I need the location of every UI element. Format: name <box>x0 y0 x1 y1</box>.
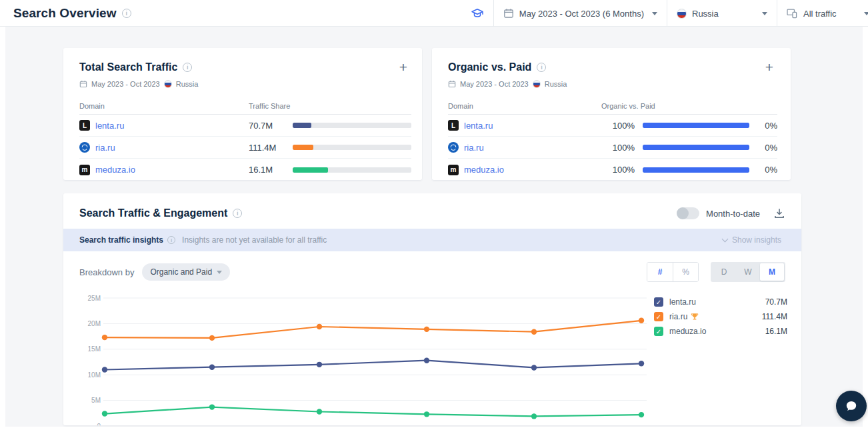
card-date-range: May 2023 - Oct 2023 <box>91 80 160 88</box>
domain-link[interactable]: meduza.io <box>464 165 504 175</box>
data-point-lenta.ru[interactable] <box>424 357 429 363</box>
card-country: Russia <box>545 80 567 88</box>
granularity-week-button[interactable]: W <box>736 263 760 281</box>
table-row: m meduza.io 16.1M <box>79 159 411 181</box>
organic-percent: 100% <box>601 143 635 153</box>
data-point-meduza.io[interactable] <box>639 412 644 417</box>
traffic-bar <box>293 145 411 150</box>
lenta-favicon: L <box>79 120 90 131</box>
month-to-date-toggle[interactable] <box>677 207 699 219</box>
organic-bar <box>643 167 749 173</box>
data-point-meduza.io[interactable] <box>424 411 429 417</box>
calendar-icon <box>79 80 87 88</box>
domain-link[interactable]: meduza.io <box>95 165 135 175</box>
leader-trophy-icon <box>691 313 699 321</box>
card-title: Organic vs. Paid <box>448 61 531 73</box>
unit-number-button[interactable]: # <box>647 263 673 281</box>
data-point-lenta.ru[interactable] <box>639 361 644 366</box>
data-point-ria.ru[interactable] <box>102 335 107 340</box>
caret-down-icon <box>652 12 657 15</box>
page-title: Search Overview <box>13 6 117 21</box>
academy-cap-icon <box>471 7 484 19</box>
legend-checkbox[interactable]: ✓ <box>654 327 663 336</box>
data-point-ria.ru[interactable] <box>639 318 644 323</box>
info-icon[interactable]: i <box>537 63 546 72</box>
traffic-value: 16.1M <box>249 165 285 175</box>
y-axis-tick: 5M <box>91 397 101 404</box>
page-title-info-icon[interactable]: i <box>122 9 131 18</box>
legend-label: lenta.ru <box>669 297 696 307</box>
unit-toggle-group: # % <box>647 262 699 282</box>
traffic-filter-value: All traffic <box>803 9 837 19</box>
domain-link[interactable]: lenta.ru <box>464 121 493 131</box>
traffic-bar <box>293 167 411 173</box>
organic-bar <box>643 123 749 128</box>
toggle-knob <box>677 207 689 219</box>
series-line-lenta.ru <box>105 361 641 370</box>
legend-checkbox[interactable]: ✓ <box>654 297 663 307</box>
download-icon[interactable] <box>773 207 785 219</box>
paid-percent: 0% <box>757 121 777 131</box>
legend-item-ria: ✓ ria.ru 111.4M <box>654 309 787 324</box>
caret-down-icon <box>217 271 222 274</box>
calendar-icon <box>448 80 456 88</box>
country-dropdown[interactable]: Russia <box>667 0 777 27</box>
data-point-ria.ru[interactable] <box>424 327 429 332</box>
top-header: Search Overview i May 2023 - Oct 2023 (6 <box>0 0 868 27</box>
table-row: ria.ru 111.4M <box>79 137 411 159</box>
total-search-traffic-card: Total Search Traffic i + May 2023 - Oct … <box>63 48 422 180</box>
info-icon[interactable]: i <box>183 63 192 72</box>
granularity-month-button[interactable]: M <box>760 263 784 281</box>
add-to-dashboard-button[interactable]: + <box>395 59 411 75</box>
paid-percent: 0% <box>757 143 777 153</box>
chat-bubble-icon <box>845 399 858 413</box>
unit-percent-button[interactable]: % <box>673 263 698 281</box>
data-point-meduza.io[interactable] <box>531 413 537 419</box>
y-axis-tick: 0 <box>97 423 101 426</box>
caret-down-icon <box>762 12 767 15</box>
y-axis-tick: 10M <box>88 371 101 379</box>
breakdown-select[interactable]: Organic and Paid <box>142 263 230 281</box>
add-to-dashboard-button[interactable]: + <box>761 59 777 75</box>
column-header-domain: Domain <box>448 102 601 110</box>
data-point-lenta.ru[interactable] <box>531 365 537 370</box>
chat-support-button[interactable] <box>836 391 867 421</box>
column-header-traffic-share: Traffic Share <box>249 102 411 110</box>
info-icon[interactable]: i <box>167 236 175 244</box>
data-point-meduza.io[interactable] <box>102 411 107 416</box>
search-traffic-engagement-card: Search Traffic & Engagement i Month-to-d… <box>63 193 801 425</box>
legend-value: 70.7M <box>765 297 787 307</box>
data-point-meduza.io[interactable] <box>317 409 322 414</box>
traffic-line-chart[interactable]: 25M20M15M10M5M0 <box>83 290 670 425</box>
domain-link[interactable]: ria.ru <box>95 143 115 153</box>
academy-button[interactable] <box>461 0 493 27</box>
granularity-day-button[interactable]: D <box>712 263 736 281</box>
traffic-share-table: Domain Traffic Share L lenta.ru 70.7M <box>79 97 411 181</box>
caret-down-icon <box>864 12 868 15</box>
data-point-ria.ru[interactable] <box>209 335 215 341</box>
info-icon[interactable]: i <box>233 209 242 218</box>
meduza-favicon: m <box>448 165 459 175</box>
search-traffic-insights-banner: Search traffic insights i Insights are n… <box>63 229 801 251</box>
show-insights-label: Show insights <box>732 235 781 245</box>
legend-item-meduza: ✓ meduza.io 16.1M <box>654 324 787 339</box>
meduza-favicon: m <box>79 165 90 175</box>
traffic-filter-dropdown[interactable]: All traffic <box>777 0 861 27</box>
domain-link[interactable]: lenta.ru <box>95 121 124 131</box>
data-point-lenta.ru[interactable] <box>209 364 215 369</box>
y-axis-tick: 15M <box>88 345 101 353</box>
devices-icon <box>787 8 798 19</box>
globe-glyph <box>449 143 457 151</box>
date-range-dropdown[interactable]: May 2023 - Oct 2023 (6 Months) <box>494 0 667 27</box>
data-point-ria.ru[interactable] <box>531 329 537 334</box>
domain-link[interactable]: ria.ru <box>464 143 484 153</box>
show-insights-button[interactable]: Show insights <box>723 235 781 245</box>
organic-bar <box>643 145 749 150</box>
ria-favicon <box>79 142 90 153</box>
legend-checkbox[interactable]: ✓ <box>654 312 663 321</box>
data-point-ria.ru[interactable] <box>317 324 322 329</box>
card-date-range: May 2023 - Oct 2023 <box>460 80 529 88</box>
data-point-lenta.ru[interactable] <box>102 367 107 372</box>
data-point-lenta.ru[interactable] <box>317 362 322 367</box>
data-point-meduza.io[interactable] <box>209 404 215 409</box>
